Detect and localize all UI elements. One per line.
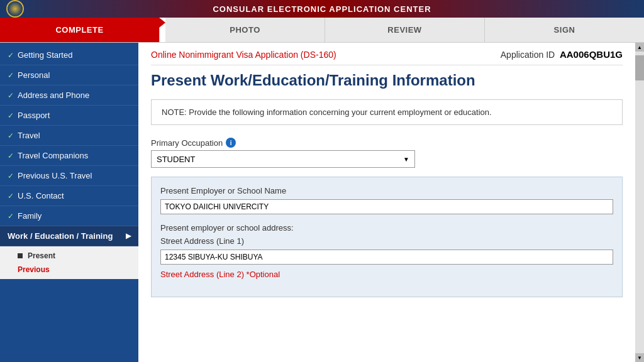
chevron-down-icon: ▼: [403, 156, 409, 163]
street2-label-row: Street Address (Line 2) *Optional: [160, 270, 613, 279]
tab-arrow: [159, 18, 165, 28]
sidebar-label-prev-us-travel: Previous U.S. Travel: [18, 171, 92, 180]
street1-label: Street Address (Line 1): [160, 236, 613, 246]
street1-group: Street Address (Line 1): [160, 236, 613, 265]
check-icon-family: ✓: [8, 212, 14, 221]
check-icon-us-contact: ✓: [8, 192, 14, 200]
note-text: NOTE: Provide the following information …: [162, 107, 492, 117]
sidebar-sub-label-present: Present: [28, 251, 55, 260]
scroll-up-button[interactable]: ▲: [635, 43, 644, 52]
tab-complete-label: COMPLETE: [55, 25, 103, 35]
check-icon-passport: ✓: [8, 111, 14, 120]
primary-occupation-label-row: Primary Occupation i: [151, 138, 623, 148]
check-icon-personal: ✓: [8, 71, 14, 80]
primary-occupation-label: Primary Occupation: [151, 138, 223, 148]
sidebar-sub-label-previous: Previous: [18, 265, 50, 274]
scroll-down-button[interactable]: ▼: [635, 353, 644, 362]
sidebar-item-us-contact[interactable]: ✓ U.S. Contact: [0, 186, 138, 206]
page-header: CONSULAR ELECTRONIC APPLICATION CENTER: [0, 0, 644, 18]
tab-sign-label: SIGN: [554, 25, 575, 35]
sidebar-label-work: Work / Education / Training: [8, 231, 113, 241]
check-icon-address: ✓: [8, 91, 14, 100]
check-icon-prev-us-travel: ✓: [8, 172, 14, 180]
tab-photo[interactable]: PHOTO: [165, 18, 325, 42]
sidebar-item-getting-started[interactable]: ✓ Getting Started: [0, 45, 138, 65]
tab-review-label: REVIEW: [387, 25, 421, 35]
logo: [6, 0, 24, 18]
tab-bar: COMPLETE PHOTO REVIEW SIGN: [0, 18, 644, 43]
note-box: NOTE: Provide the following information …: [151, 99, 623, 125]
sidebar-sub-item-present[interactable]: Present: [10, 249, 138, 263]
tab-photo-label: PHOTO: [230, 25, 260, 35]
sidebar-label-travel: Travel: [18, 131, 40, 140]
sidebar-label-family: Family: [18, 211, 42, 221]
street2-label: Street Address (Line 2): [160, 270, 244, 279]
street2-group: Street Address (Line 2) *Optional: [160, 270, 613, 279]
sidebar-label-passport: Passport: [18, 111, 50, 120]
primary-occupation-group: Primary Occupation i STUDENT ▼: [151, 138, 623, 168]
address-section-label: Present employer or school address:: [160, 223, 613, 233]
app-id-value: AA006QBU1G: [560, 49, 623, 60]
sidebar-label-personal: Personal: [18, 70, 50, 80]
sidebar-item-personal[interactable]: ✓ Personal: [0, 65, 138, 85]
arrow-right-icon: ▶: [126, 232, 131, 240]
sidebar-item-travel-companions[interactable]: ✓ Travel Companions: [0, 146, 138, 166]
sidebar-sub-item-previous[interactable]: Previous: [10, 263, 138, 277]
optional-indicator: *Optional: [247, 270, 280, 279]
info-icon-occupation[interactable]: i: [226, 138, 236, 148]
sidebar-label-getting-started: Getting Started: [18, 50, 72, 60]
scrollbar-thumb[interactable]: [635, 55, 644, 80]
sidebar-item-work-education[interactable]: Work / Education / Training ▶: [0, 226, 138, 246]
employer-school-section: Present Employer or School Name Present …: [151, 177, 623, 297]
scrollbar[interactable]: ▲ ▼: [635, 43, 644, 362]
street1-input[interactable]: [160, 250, 613, 265]
address-group: Present employer or school address: Stre…: [160, 223, 613, 279]
tab-sign[interactable]: SIGN: [485, 18, 644, 42]
primary-occupation-select[interactable]: STUDENT ▼: [151, 150, 415, 168]
main-layout: ✓ Getting Started ✓ Personal ✓ Address a…: [0, 43, 644, 362]
sidebar-item-address-phone[interactable]: ✓ Address and Phone: [0, 85, 138, 106]
employer-school-name-group: Present Employer or School Name: [160, 186, 613, 214]
primary-occupation-value: STUDENT: [157, 155, 195, 164]
sidebar-item-passport[interactable]: ✓ Passport: [0, 106, 138, 126]
check-icon-getting-started: ✓: [8, 51, 14, 60]
check-icon-travel-companions: ✓: [8, 151, 14, 160]
employer-school-input[interactable]: [160, 199, 613, 214]
sidebar-sub-section: Present Previous: [0, 246, 138, 279]
sidebar-label-us-contact: U.S. Contact: [18, 191, 64, 200]
content-area: Online Nonimmigrant Visa Application (DS…: [138, 43, 635, 362]
sidebar: ✓ Getting Started ✓ Personal ✓ Address a…: [0, 43, 138, 362]
bullet-icon-present: [18, 253, 23, 258]
app-id-bar: Online Nonimmigrant Visa Application (DS…: [151, 43, 623, 65]
form-name: Online Nonimmigrant Visa Application (DS…: [151, 50, 336, 60]
sidebar-item-family[interactable]: ✓ Family: [0, 206, 138, 226]
sidebar-item-previous-us-travel[interactable]: ✓ Previous U.S. Travel: [0, 166, 138, 186]
sidebar-item-travel[interactable]: ✓ Travel: [0, 126, 138, 146]
employer-school-label: Present Employer or School Name: [160, 186, 613, 195]
header-title: CONSULAR ELECTRONIC APPLICATION CENTER: [213, 4, 431, 14]
app-id-label: Application ID: [501, 50, 555, 60]
tab-complete[interactable]: COMPLETE: [0, 18, 160, 42]
sidebar-label-travel-companions: Travel Companions: [18, 151, 88, 160]
tab-review[interactable]: REVIEW: [325, 18, 485, 42]
application-id: Application ID AA006QBU1G: [501, 49, 623, 60]
page-title: Present Work/Education/Training Informat…: [151, 72, 623, 89]
sidebar-label-address: Address and Phone: [18, 90, 89, 100]
check-icon-travel: ✓: [8, 131, 14, 140]
